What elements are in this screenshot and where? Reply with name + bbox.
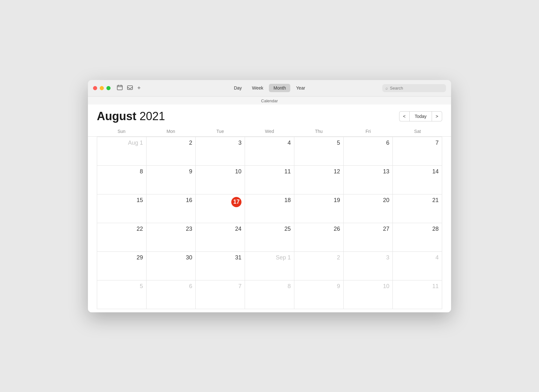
calendar-cell[interactable]: 9 (294, 280, 344, 309)
view-day-button[interactable]: Day (229, 84, 246, 92)
day-header-sun: Sun (97, 126, 146, 136)
add-icon[interactable]: + (137, 85, 141, 91)
year-number: 2021 (140, 110, 165, 123)
calendar-cell[interactable]: 15 (97, 194, 147, 223)
calendar-cell[interactable]: 10 (344, 280, 393, 309)
day-header-sat: Sat (393, 126, 442, 136)
calendar-cell[interactable]: 23 (147, 223, 196, 252)
inbox-icon[interactable] (127, 84, 133, 91)
calendar-cell[interactable]: 22 (97, 223, 147, 252)
calendar-cell[interactable]: 13 (344, 166, 393, 194)
prev-month-button[interactable]: < (399, 111, 409, 121)
toolbar-icons: + (117, 84, 141, 91)
search-box[interactable]: ⌕ (382, 84, 446, 92)
calendar-cell[interactable]: 7 (196, 280, 245, 309)
calendar-cell[interactable]: 2 (147, 137, 196, 166)
calendar-cell[interactable]: Sep 1 (245, 252, 294, 280)
calendar-cell[interactable]: 3 (196, 137, 245, 166)
next-month-button[interactable]: > (432, 111, 442, 121)
app-label: Calendar (88, 97, 451, 105)
calendar-cell[interactable]: 6 (147, 280, 196, 309)
nav-controls: < Today > (399, 111, 442, 121)
calendar-cell[interactable]: 20 (344, 194, 393, 223)
calendar-cell[interactable]: 5 (294, 137, 344, 166)
calendar-window: + Day Week Month Year ⌕ Calendar August … (88, 80, 451, 312)
calendar-cell[interactable]: 2 (294, 252, 344, 280)
calendar-cell[interactable]: 17 (196, 194, 245, 223)
view-year-button[interactable]: Year (292, 84, 310, 92)
calendar-cell[interactable]: 18 (245, 194, 294, 223)
day-headers: Sun Mon Tue Wed Thu Fri Sat (88, 126, 451, 137)
calendar-cell[interactable]: 4 (393, 252, 442, 280)
calendar-cell[interactable]: 26 (294, 223, 344, 252)
calendar-cell[interactable]: 19 (294, 194, 344, 223)
svg-rect-0 (117, 85, 122, 90)
view-month-button[interactable]: Month (269, 84, 291, 92)
calendar-cell[interactable]: 28 (393, 223, 442, 252)
calendar-cell[interactable]: 11 (393, 280, 442, 309)
calendar-cell[interactable]: 21 (393, 194, 442, 223)
calendar-cell[interactable]: 9 (147, 166, 196, 194)
app-label-text: Calendar (261, 98, 278, 103)
today-button[interactable]: Today (409, 111, 432, 121)
close-button[interactable] (93, 86, 97, 90)
calendar-cell[interactable]: 11 (245, 166, 294, 194)
calendar-cell[interactable]: 8 (97, 166, 147, 194)
calendar-cell[interactable]: 10 (196, 166, 245, 194)
maximize-button[interactable] (106, 86, 111, 90)
search-input[interactable] (390, 86, 443, 91)
calendar-cell[interactable]: 6 (344, 137, 393, 166)
calendar-cell[interactable]: 14 (393, 166, 442, 194)
day-header-tue: Tue (196, 126, 245, 136)
calendar-cell[interactable]: 3 (344, 252, 393, 280)
calendar-header: August 2021 // Inline script to set year… (88, 105, 451, 126)
calendar-cell[interactable]: 29 (97, 252, 147, 280)
day-header-mon: Mon (146, 126, 196, 136)
month-name: August (97, 110, 136, 123)
day-header-wed: Wed (245, 126, 294, 136)
month-year-title: August 2021 // Inline script to set year… (97, 110, 165, 123)
view-week-button[interactable]: Week (248, 84, 268, 92)
calendar-cell[interactable]: Aug 1 (97, 137, 147, 166)
calendar-cell[interactable]: 24 (196, 223, 245, 252)
calendar-cell[interactable]: 8 (245, 280, 294, 309)
calendar-icon[interactable] (117, 84, 123, 91)
titlebar-right: ⌕ (382, 84, 446, 92)
calendar-cell[interactable]: 27 (344, 223, 393, 252)
window-controls (93, 86, 111, 90)
search-icon: ⌕ (385, 86, 388, 91)
calendar-cell[interactable]: 16 (147, 194, 196, 223)
titlebar: + Day Week Month Year ⌕ (88, 80, 451, 97)
calendar-cell[interactable]: 30 (147, 252, 196, 280)
calendar-cell[interactable]: 5 (97, 280, 147, 309)
calendar-cell[interactable]: 7 (393, 137, 442, 166)
day-header-thu: Thu (294, 126, 343, 136)
calendar-cell[interactable]: 31 (196, 252, 245, 280)
calendar-cell[interactable]: 12 (294, 166, 344, 194)
calendar-cell[interactable]: 25 (245, 223, 294, 252)
calendar-cell[interactable]: 4 (245, 137, 294, 166)
day-header-fri: Fri (343, 126, 393, 136)
view-switcher: Day Week Month Year (229, 84, 310, 92)
calendar-grid: Aug 123456789101112131415161718192021222… (97, 137, 442, 309)
minimize-button[interactable] (100, 86, 104, 90)
calendar-content: August 2021 // Inline script to set year… (88, 105, 451, 312)
